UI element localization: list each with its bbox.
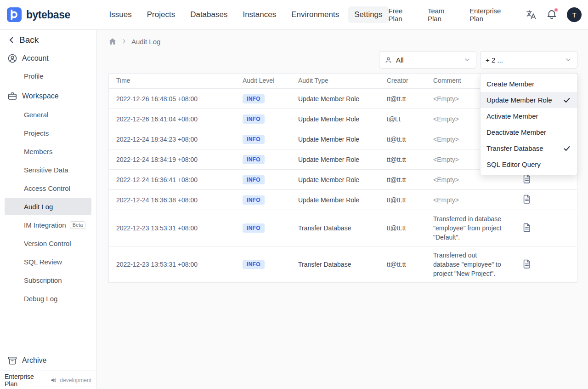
breadcrumb-current: Audit Log xyxy=(131,38,160,46)
sidebar-item-label: IM Integration xyxy=(24,221,66,229)
sidebar-item-label: Audit Log xyxy=(24,203,53,211)
chevron-right-icon xyxy=(121,38,127,45)
cell-time: 2022-12-26 16:48:05 +08:00 xyxy=(109,89,235,109)
menu-item-label: Update Member Role xyxy=(486,96,552,104)
home-icon[interactable] xyxy=(108,37,117,46)
view-log-button[interactable] xyxy=(522,223,532,233)
column-audit-type: Audit Type xyxy=(291,74,379,89)
view-log-button[interactable] xyxy=(522,259,532,269)
view-log-button[interactable] xyxy=(522,194,532,204)
cell-creator: tt@tt.tt xyxy=(379,190,426,210)
sidebar-item-archive[interactable]: Archive xyxy=(0,350,96,371)
menu-item-sql-editor-query[interactable]: SQL Editor Query xyxy=(481,156,577,172)
settings-sidebar: Back Account Profile Workspace General P… xyxy=(0,30,96,389)
cell-time: 2022-12-24 18:34:19 +08:00 xyxy=(109,149,235,170)
check-icon xyxy=(563,96,571,104)
menu-item-label: SQL Editor Query xyxy=(486,160,541,168)
document-icon xyxy=(522,259,532,269)
menu-item-label: Deactivate Member xyxy=(486,128,546,136)
footer-plan-label: Enterprise Plan xyxy=(5,373,47,388)
chevron-left-icon xyxy=(7,35,16,45)
cell-time: 2022-12-24 16:36:38 +08:00 xyxy=(109,190,235,210)
sidebar-item-profile[interactable]: Profile xyxy=(0,68,96,84)
nav-issues[interactable]: Issues xyxy=(103,6,138,23)
sidebar-item-members[interactable]: Members xyxy=(5,143,91,160)
chevron-down-icon xyxy=(565,56,572,63)
cell-action xyxy=(509,246,577,283)
cell-level: INFO xyxy=(235,246,291,283)
cell-creator: tt@tt.tt xyxy=(379,89,426,109)
cell-level: INFO xyxy=(235,190,291,210)
sidebar-item-label: Access Control xyxy=(24,184,70,192)
archive-icon xyxy=(7,355,17,366)
table-row: 2022-12-23 13:53:31 +08:00 INFO Transfer… xyxy=(109,210,577,246)
check-icon xyxy=(563,144,571,153)
notification-dot xyxy=(554,8,558,12)
bytebase-logo[interactable]: bytebase xyxy=(6,7,96,23)
sidebar-item-access-control[interactable]: Access Control xyxy=(5,179,91,197)
nav-projects[interactable]: Projects xyxy=(141,6,181,23)
sidebar-item-general[interactable]: General xyxy=(5,106,91,123)
sidebar-item-label: Sensitive Data xyxy=(24,166,68,174)
audit-type-filter-select[interactable]: + 2 ... xyxy=(480,51,577,69)
sidebar-item-projects[interactable]: Projects xyxy=(5,124,91,142)
audit-type-dropdown-menu: Create Member Update Member Role Activat… xyxy=(480,73,577,175)
cell-level: INFO xyxy=(235,170,291,190)
audit-level-badge: INFO xyxy=(243,175,265,184)
cell-creator: tt@tt.tt xyxy=(379,246,426,283)
sidebar-item-subscription[interactable]: Subscription xyxy=(5,271,91,289)
sidebar-item-audit-log[interactable]: Audit Log xyxy=(5,198,91,215)
menu-item-label: Transfer Database xyxy=(486,144,543,152)
nav-databases[interactable]: Databases xyxy=(184,6,233,23)
notification-bell-icon[interactable] xyxy=(546,9,557,20)
creator-filter-select[interactable]: All xyxy=(379,51,476,69)
audit-log-page: Audit Log All + 2 ... Time xyxy=(96,30,588,389)
cell-comment: Transferred in database "employee" from … xyxy=(426,210,509,246)
free-plan-link[interactable]: Free Plan xyxy=(389,7,418,23)
cell-level: INFO xyxy=(235,210,291,246)
nav-settings[interactable]: Settings xyxy=(348,6,388,23)
cell-time: 2022-12-24 16:36:41 +08:00 xyxy=(109,170,235,190)
menu-item-transfer-database[interactable]: Transfer Database xyxy=(481,140,577,156)
user-avatar[interactable]: T xyxy=(567,7,582,22)
cell-type: Update Member Role xyxy=(291,170,379,190)
menu-item-update-member-role[interactable]: Update Member Role xyxy=(481,92,577,108)
workspace-icon xyxy=(7,91,17,101)
audit-level-badge: INFO xyxy=(243,155,265,164)
sidebar-item-sql-review[interactable]: SQL Review xyxy=(5,253,91,270)
document-icon xyxy=(522,194,532,204)
cell-type: Update Member Role xyxy=(291,109,379,129)
translate-icon[interactable] xyxy=(526,9,537,20)
nav-environments[interactable]: Environments xyxy=(285,6,345,23)
cell-time: 2022-12-23 13:53:31 +08:00 xyxy=(109,210,235,246)
section-account-title: Account xyxy=(22,54,49,63)
filter-bar: All + 2 ... xyxy=(108,51,577,69)
nav-instances[interactable]: Instances xyxy=(237,6,282,23)
menu-item-deactivate-member[interactable]: Deactivate Member xyxy=(481,124,577,140)
view-log-button[interactable] xyxy=(522,174,532,184)
sidebar-item-label: Members xyxy=(24,148,53,155)
speaker-icon[interactable] xyxy=(50,377,57,384)
column-creator: Creator xyxy=(379,74,426,89)
main-nav: Issues Projects Databases Instances Envi… xyxy=(103,6,389,23)
sidebar-item-sensitive-data[interactable]: Sensitive Data xyxy=(5,161,91,178)
sidebar-item-label: Subscription xyxy=(24,276,62,284)
column-audit-level: Audit Level xyxy=(235,74,291,89)
cell-time: 2022-12-24 18:34:23 +08:00 xyxy=(109,129,235,149)
sidebar-item-im-integration[interactable]: IM Integration Beta xyxy=(5,216,91,234)
sidebar-item-label: Projects xyxy=(24,129,49,137)
enterprise-plan-link[interactable]: Enterprise Plan xyxy=(469,7,516,23)
menu-item-activate-member[interactable]: Activate Member xyxy=(481,108,577,124)
menu-item-create-member[interactable]: Create Member xyxy=(481,76,577,92)
sidebar-footer: Enterprise Plan development xyxy=(0,371,96,389)
team-plan-link[interactable]: Team Plan xyxy=(428,7,460,23)
back-button[interactable]: Back xyxy=(0,31,96,49)
document-icon xyxy=(522,223,532,233)
sidebar-item-debug-log[interactable]: Debug Log xyxy=(5,290,91,307)
cell-creator: tt@tt.tt xyxy=(379,170,426,190)
sidebar-item-version-control[interactable]: Version Control xyxy=(5,235,91,252)
cell-comment: <Empty> xyxy=(426,190,509,210)
cell-level: INFO xyxy=(235,149,291,170)
back-label: Back xyxy=(19,35,39,45)
cell-creator: t@t.t xyxy=(379,109,426,129)
